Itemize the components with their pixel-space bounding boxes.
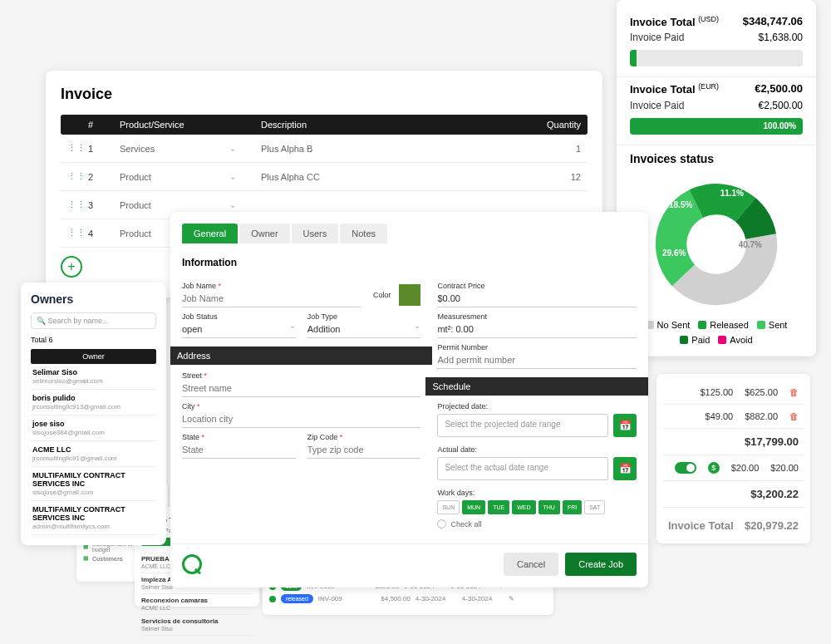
calendar-icon[interactable]: 📅 [613,457,637,480]
zip-label: Zip Code * [307,433,421,441]
chevron-down-icon: ⌄ [414,321,420,337]
usd-total-label: Invoice Total (USD) [630,15,719,28]
city-label: City * [182,402,420,410]
app-logo-icon [182,554,202,574]
status-legend: No Sent Released Sent Paid Avoid [630,320,803,345]
zip-input[interactable] [307,441,421,459]
owners-header: Owner [31,349,156,364]
eur-paid-label: Invoice Paid [630,100,684,111]
check-all-checkbox[interactable] [437,519,446,528]
list-item: $49.00$882.00🗑 [663,405,804,429]
measurement-input[interactable] [437,321,637,338]
measurement-label: Measuresment [437,312,637,321]
day-toggle[interactable]: FRI [563,500,582,514]
calendar-icon[interactable]: 📅 [613,414,637,437]
projected-label: Projected date: [437,402,637,410]
job-name-input[interactable] [182,290,361,307]
usd-paid-label: Invoice Paid [630,32,684,43]
list-item: $125.00$625.00🗑 [663,381,804,405]
day-toggle[interactable]: SAT [584,500,605,514]
tab-users[interactable]: Users [292,224,339,243]
list-item[interactable]: boris pulidojrconsultingllc913@gmail.com [31,390,156,415]
usd-paid-value: $1,638.00 [759,32,803,43]
eur-progress: 100.00% [630,118,803,135]
invoice-total-value: $20,979.22 [745,519,799,532]
list-item[interactable]: ACME LLCjrconsultingllc91@gmail.com [31,441,156,467]
day-toggle[interactable]: TUE [488,500,509,514]
check-all-label: Check all [450,520,481,528]
chevron-down-icon: ⌄ [289,321,296,337]
actual-label: Actual date: [437,445,637,454]
job-name-label: Job Name * [182,282,361,290]
job-status-select[interactable] [182,321,289,337]
owners-search-input[interactable]: 🔍 Search by name... [31,312,156,329]
table-row[interactable]: ⋮⋮2Product⌄Plus Alpha CC12 [61,163,588,191]
state-input[interactable] [182,441,296,459]
street-input[interactable] [182,380,420,397]
contract-label: Contract Price [437,282,637,290]
permit-label: Permit Number [437,343,637,351]
usd-total-value: $348,747.06 [743,15,803,28]
invoice-total-label: Invoice Total [668,519,734,532]
job-form-panel: General Owner Users Notes Information Jo… [170,212,648,587]
list-item[interactable]: MULTIFAMILY CONTRACT SERVICES INCadmin@m… [31,501,156,535]
table-row[interactable]: ⋮⋮1Services⌄Plus Alpha B1 [61,135,588,163]
job-status-label: Job Status [182,312,296,321]
list-item: $3,200.22 [663,481,804,508]
workdays-label: Work days: [437,489,637,497]
status-donut-chart: 11.1% 18.5% 29.6% 40.7% [646,174,787,315]
discount-toggle[interactable] [675,462,696,474]
eur-total-label: Invoice Total (EUR) [630,82,719,96]
address-bar: Address [170,347,432,365]
list-item: releasedINV-009$4,500.004-30-20244-30-20… [269,592,547,605]
list-item: $17,799.00 [663,429,804,455]
job-type-label: Job Type [307,312,421,321]
workdays-picker: SUNMUNTUEWEDTHUFRISAT [437,500,637,514]
city-input[interactable] [182,410,420,428]
information-heading: Information [182,257,637,268]
day-toggle[interactable]: WED [512,500,535,514]
street-label: Street * [182,371,420,380]
day-toggle[interactable]: THU [538,500,560,514]
dollar-icon: $ [708,462,720,474]
trash-icon[interactable]: 🗑 [789,411,799,421]
list-item[interactable]: Selimar Sisoselimorsiso@gmail.com [31,364,156,390]
day-toggle[interactable]: MUN [462,500,485,514]
tab-general[interactable]: General [182,224,238,243]
list-item[interactable]: jose sisosisojose884@gmail.com [31,415,156,441]
trash-icon[interactable]: 🗑 [789,387,799,397]
list-item[interactable]: MULTIFAMILY CONTRACT SERVICES INCsisojos… [31,467,156,501]
owners-title: Owners [31,293,156,306]
create-job-button[interactable]: Create Job [565,553,637,576]
contract-input[interactable] [437,290,637,307]
eur-total-value: €2,500.00 [755,82,803,96]
color-label: Color [373,291,391,299]
tab-owner[interactable]: Owner [239,224,289,243]
add-row-button[interactable]: + [61,256,82,278]
color-swatch[interactable] [399,284,420,306]
usd-progress [630,50,803,66]
form-tabs: General Owner Users Notes [170,212,648,243]
job-type-select[interactable] [307,321,415,337]
owners-panel: Owners 🔍 Search by name... Total 6 Owner… [21,283,166,545]
permit-input[interactable] [437,351,637,369]
owners-total: Total 6 [31,336,156,344]
invoice-table-header: #Product/ServiceDescriptionQuantity [61,115,588,135]
state-label: State * [182,433,296,441]
actual-date-input[interactable]: Select the actual date range [437,457,608,480]
projected-date-input[interactable]: Select the projected date range [437,414,608,437]
cancel-button[interactable]: Cancel [504,553,558,576]
day-toggle[interactable]: SUN [437,500,460,514]
tab-notes[interactable]: Notes [340,224,387,243]
status-title: Invoices status [630,152,803,165]
list-item: $$20.00$20.00 [663,455,804,481]
side-totals-panel: $125.00$625.00🗑$49.00$882.00🗑$17,799.00$… [656,374,810,543]
eur-paid-value: €2,500.00 [759,100,803,111]
schedule-bar: Schedule [425,377,648,396]
invoice-title: Invoice [61,86,588,103]
